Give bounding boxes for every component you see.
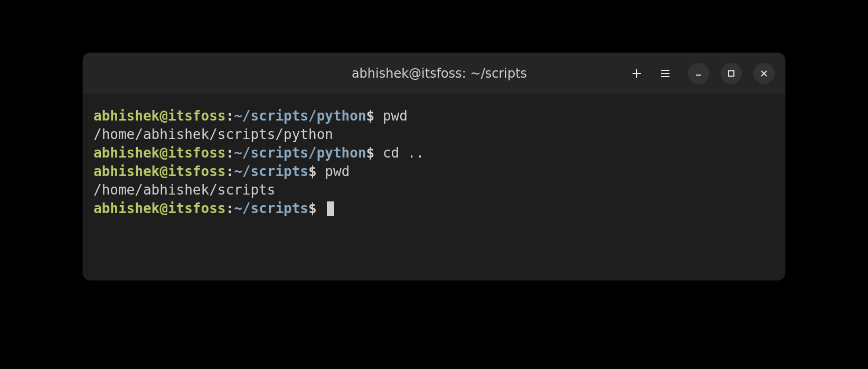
command-output: /home/abhishek/scripts — [93, 182, 275, 198]
terminal-line: abhishek@itsfoss:~/scripts/python$ cd .. — [93, 144, 775, 162]
prompt-colon: : — [225, 200, 234, 216]
terminal-line: /home/abhishek/scripts — [93, 181, 775, 199]
terminal-line: abhishek@itsfoss:~/scripts$ — [93, 199, 775, 218]
terminal-line: /home/abhishek/scripts/python — [93, 125, 775, 144]
prompt-user: abhishek — [93, 200, 159, 216]
terminal-line: abhishek@itsfoss:~/scripts/python$ pwd — [93, 107, 775, 125]
prompt-user: abhishek — [93, 163, 159, 179]
command-text — [317, 200, 325, 216]
prompt-dollar: $ — [308, 163, 317, 179]
prompt-host: itsfoss — [168, 145, 226, 161]
prompt-colon: : — [225, 145, 234, 161]
maximize-button[interactable] — [721, 63, 742, 84]
close-icon — [760, 69, 768, 78]
prompt-at: @ — [159, 163, 168, 179]
plus-icon — [631, 68, 643, 79]
cursor-block — [327, 201, 334, 216]
prompt-user: abhishek — [93, 108, 159, 124]
prompt-path: ~/scripts/python — [234, 145, 366, 161]
minimize-button[interactable] — [688, 63, 709, 84]
svg-rect-6 — [729, 71, 734, 76]
prompt-host: itsfoss — [168, 200, 226, 216]
prompt-host: itsfoss — [168, 163, 226, 179]
window-title: abhishek@itsfoss: ~/scripts — [352, 66, 527, 81]
terminal-body[interactable]: abhishek@itsfoss:~/scripts/python$ pwd/h… — [83, 94, 785, 280]
command-text: pwd — [317, 163, 350, 179]
minimize-icon — [694, 69, 703, 78]
prompt-path: ~/scripts — [234, 200, 308, 216]
prompt-dollar: $ — [308, 200, 317, 216]
new-tab-button[interactable] — [631, 67, 643, 80]
hamburger-icon — [659, 68, 671, 79]
prompt-dollar: $ — [366, 108, 375, 124]
close-button[interactable] — [753, 63, 775, 84]
prompt-user: abhishek — [93, 145, 159, 161]
prompt-colon: : — [225, 163, 234, 179]
prompt-dollar: $ — [366, 145, 375, 161]
command-text: cd .. — [374, 145, 424, 161]
terminal-line: abhishek@itsfoss:~/scripts$ pwd — [93, 162, 775, 181]
command-text: pwd — [374, 108, 408, 124]
prompt-path: ~/scripts — [234, 163, 308, 179]
menu-button[interactable] — [659, 67, 671, 80]
prompt-host: itsfoss — [168, 108, 226, 124]
prompt-colon: : — [225, 108, 234, 124]
command-output: /home/abhishek/scripts/python — [93, 126, 333, 142]
prompt-at: @ — [159, 200, 168, 216]
prompt-at: @ — [159, 108, 168, 124]
terminal-window: abhishek@itsfoss: ~/scripts — [83, 53, 785, 280]
prompt-at: @ — [159, 145, 168, 161]
titlebar: abhishek@itsfoss: ~/scripts — [83, 53, 785, 94]
maximize-icon — [727, 69, 735, 78]
prompt-path: ~/scripts/python — [234, 108, 366, 124]
